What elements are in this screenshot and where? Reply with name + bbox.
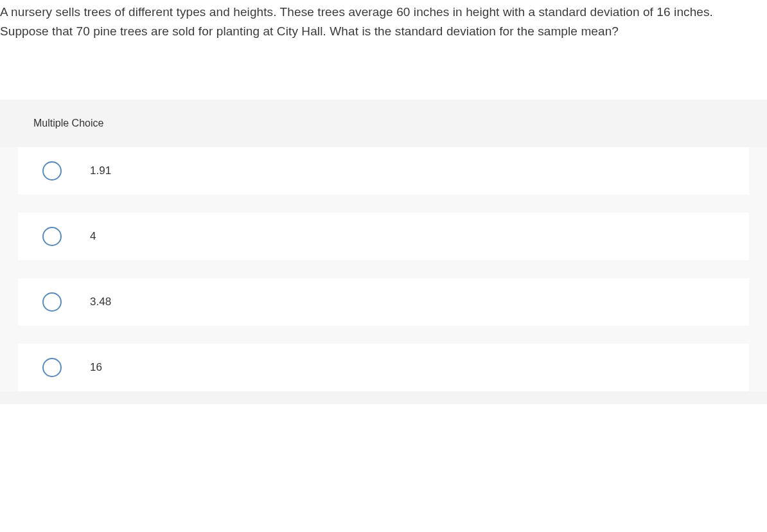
option-label: 3.48 [90,296,111,308]
radio-icon[interactable] [42,227,62,246]
option-row[interactable]: 3.48 [18,278,749,326]
question-text: A nursery sells trees of different types… [0,0,767,42]
option-row[interactable]: 1.91 [18,147,749,195]
radio-icon[interactable] [42,292,62,312]
options-container: 1.91 4 3.48 16 [0,147,767,391]
option-row[interactable]: 4 [18,213,749,260]
radio-icon[interactable] [42,358,62,377]
option-label: 4 [90,230,96,243]
section-header: Multiple Choice [0,100,767,147]
radio-icon[interactable] [42,161,62,181]
option-label: 1.91 [90,164,111,177]
option-label: 16 [90,361,102,374]
answer-section: Multiple Choice 1.91 4 3.48 16 [0,100,767,404]
option-row[interactable]: 16 [18,344,749,391]
